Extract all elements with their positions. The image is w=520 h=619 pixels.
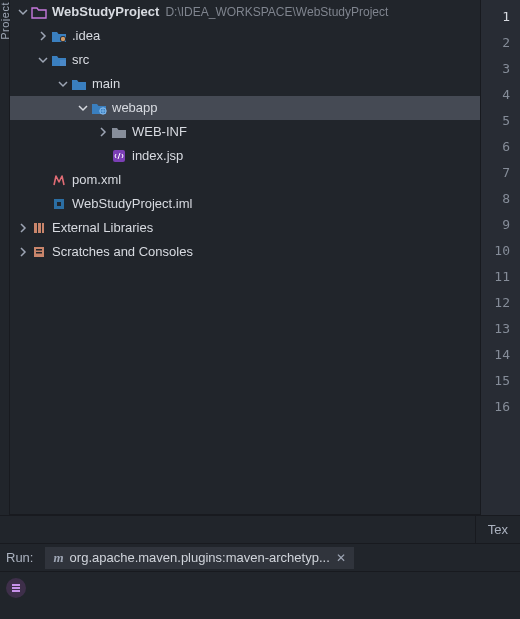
project-tree[interactable]: WebStudyProject D:\IDEA_WORKSPACE\WebStu… — [10, 0, 480, 515]
library-icon — [30, 221, 48, 235]
line-number[interactable]: 13 — [481, 316, 520, 342]
chevron-down-icon[interactable] — [76, 103, 90, 113]
svg-rect-6 — [57, 202, 61, 206]
iml-file-icon — [50, 197, 68, 211]
svg-rect-14 — [12, 587, 20, 589]
chevron-down-icon[interactable] — [16, 7, 30, 17]
line-number[interactable]: 16 — [481, 394, 520, 420]
tree-node-webapp[interactable]: webapp — [10, 96, 480, 120]
line-number[interactable]: 12 — [481, 290, 520, 316]
run-label: Run: — [6, 550, 33, 565]
tree-node-iml[interactable]: · WebStudyProject.iml — [10, 192, 480, 216]
right-tab-text[interactable]: Tex — [475, 516, 520, 543]
svg-rect-11 — [36, 249, 42, 251]
tree-node-label: WebStudyProject.iml — [72, 192, 192, 216]
tree-node-project-root[interactable]: WebStudyProject D:\IDEA_WORKSPACE\WebStu… — [10, 0, 480, 24]
tree-node-label: webapp — [112, 96, 158, 120]
tree-node-label: pom.xml — [72, 168, 121, 192]
svg-rect-2 — [60, 60, 66, 66]
folder-icon — [110, 125, 128, 139]
line-number[interactable]: 15 — [481, 368, 520, 394]
show-build-output-button[interactable] — [6, 578, 26, 598]
maven-icon: m — [53, 550, 63, 566]
line-number[interactable]: 8 — [481, 186, 520, 212]
tree-node-webinf[interactable]: WEB-INF — [10, 120, 480, 144]
line-number[interactable]: 7 — [481, 160, 520, 186]
tree-node-label: main — [92, 72, 120, 96]
run-config-name: org.apache.maven.plugins:maven-archetyp.… — [70, 550, 330, 565]
tree-node-label: WebStudyProject — [52, 0, 159, 24]
tree-node-label: src — [72, 48, 89, 72]
tree-node-label: Scratches and Consoles — [52, 240, 193, 264]
svg-rect-8 — [38, 223, 41, 233]
project-folder-icon — [30, 5, 48, 19]
line-number[interactable]: 5 — [481, 108, 520, 134]
scratches-icon — [30, 245, 48, 259]
tree-node-idea[interactable]: .idea — [10, 24, 480, 48]
tree-node-label: WEB-INF — [132, 120, 187, 144]
line-number[interactable]: 14 — [481, 342, 520, 368]
svg-rect-15 — [12, 590, 20, 592]
line-number[interactable]: 4 — [481, 82, 520, 108]
tree-node-external-libraries[interactable]: External Libraries — [10, 216, 480, 240]
folder-icon — [70, 77, 88, 91]
folder-icon — [50, 53, 68, 67]
tab-label: Tex — [488, 522, 508, 537]
line-number[interactable]: 10 — [481, 238, 520, 264]
run-toolbar: Run: m org.apache.maven.plugins:maven-ar… — [0, 543, 520, 571]
chevron-down-icon[interactable] — [36, 55, 50, 65]
tree-node-scratches[interactable]: Scratches and Consoles — [10, 240, 480, 264]
chevron-right-icon[interactable] — [36, 31, 50, 41]
svg-rect-9 — [42, 223, 44, 233]
chevron-right-icon[interactable] — [16, 247, 30, 257]
tree-node-main[interactable]: main — [10, 72, 480, 96]
line-number[interactable]: 3 — [481, 56, 520, 82]
svg-rect-13 — [12, 584, 20, 586]
left-tool-strip[interactable]: Project — [0, 0, 10, 515]
project-tool-label: Project — [0, 2, 11, 40]
maven-file-icon — [50, 173, 68, 187]
web-folder-icon — [90, 101, 108, 115]
tree-node-label: index.jsp — [132, 144, 183, 168]
chevron-down-icon[interactable] — [56, 79, 70, 89]
line-number[interactable]: 11 — [481, 264, 520, 290]
right-tool-tabs: Tex — [0, 515, 520, 543]
close-icon[interactable]: ✕ — [336, 551, 346, 565]
run-config-tab[interactable]: m org.apache.maven.plugins:maven-archety… — [45, 547, 353, 569]
folder-icon — [50, 29, 68, 43]
line-number[interactable]: 1 — [481, 4, 520, 30]
line-number[interactable]: 6 — [481, 134, 520, 160]
tree-node-label: .idea — [72, 24, 100, 48]
run-tool-window[interactable] — [0, 571, 520, 619]
tree-node-label: External Libraries — [52, 216, 153, 240]
editor-gutter[interactable]: 12345678910111213141516 — [480, 0, 520, 515]
svg-rect-12 — [36, 252, 42, 254]
chevron-right-icon[interactable] — [16, 223, 30, 233]
chevron-right-icon[interactable] — [96, 127, 110, 137]
tree-node-path: D:\IDEA_WORKSPACE\WebStudyProject — [165, 0, 388, 24]
tree-node-indexjsp[interactable]: · index.jsp — [10, 144, 480, 168]
tree-node-pom[interactable]: · pom.xml — [10, 168, 480, 192]
jsp-file-icon — [110, 149, 128, 163]
line-number[interactable]: 2 — [481, 30, 520, 56]
tree-node-src[interactable]: src — [10, 48, 480, 72]
line-number[interactable]: 9 — [481, 212, 520, 238]
svg-point-1 — [61, 37, 65, 41]
svg-rect-7 — [34, 223, 37, 233]
